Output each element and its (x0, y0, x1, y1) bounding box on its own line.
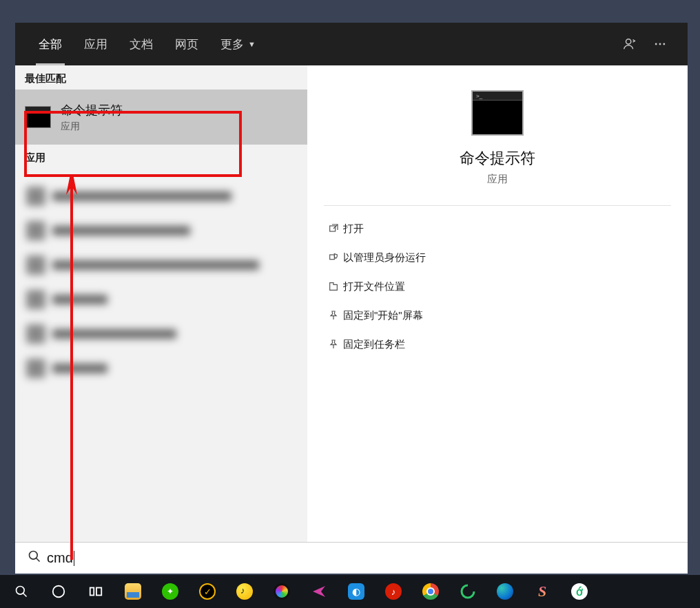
svg-point-1 (655, 43, 657, 45)
taskbar-app-arrow[interactable] (300, 577, 338, 606)
best-match-header: 最佳匹配 (15, 65, 307, 90)
best-match-title: 命令提示符 (61, 102, 123, 118)
open-icon (324, 223, 343, 234)
more-icon[interactable] (645, 29, 675, 59)
tab-apps-label: 应用 (84, 36, 107, 52)
list-item[interactable] (19, 319, 303, 349)
preview-pane: 命令提示符 应用 打开 以管理员身份运行 (307, 65, 688, 542)
taskbar-app-chrome[interactable] (412, 577, 449, 606)
search-tabs-bar: 全部 应用 文档 网页 更多 ▼ (15, 23, 688, 65)
tab-apps[interactable]: 应用 (73, 23, 119, 65)
taskbar-app-edge[interactable] (486, 577, 524, 606)
search-panel-body: 最佳匹配 命令提示符 应用 应用 命令提示符 应用 (15, 65, 688, 542)
svg-point-9 (53, 586, 65, 598)
svg-point-6 (30, 552, 38, 560)
list-item[interactable] (19, 284, 303, 315)
svg-rect-10 (90, 588, 94, 596)
taskbar-app-explorer[interactable] (114, 577, 152, 606)
svg-point-0 (626, 39, 631, 44)
taskbar-app-check[interactable]: ✓ (189, 577, 226, 606)
pin-icon (324, 339, 343, 350)
taskbar-app-qqmusic[interactable]: ♪ (226, 577, 263, 606)
svg-point-2 (659, 43, 661, 45)
windows-taskbar: ✦ ✓ ♪ ◐ ♪ S ớ (0, 575, 700, 608)
tab-web[interactable]: 网页 (164, 23, 209, 65)
svg-rect-11 (96, 588, 101, 596)
chevron-down-icon: ▼ (248, 40, 256, 48)
tab-documents[interactable]: 文档 (119, 23, 164, 65)
taskbar-app-rainbow[interactable] (263, 577, 300, 606)
windows-search-panel: 全部 应用 文档 网页 更多 ▼ 最佳匹配 命令提示符 应用 (15, 23, 688, 574)
taskbar-app-green[interactable]: ớ (561, 577, 598, 606)
list-item[interactable] (19, 181, 303, 211)
svg-rect-4 (330, 226, 336, 231)
action-pin-taskbar-label: 固定到任务栏 (343, 338, 405, 351)
action-location-label: 打开文件位置 (343, 280, 405, 293)
taskbar-search-button[interactable] (3, 577, 40, 606)
action-open-label: 打开 (343, 222, 364, 235)
svg-rect-5 (330, 255, 335, 260)
tab-all-label: 全部 (39, 36, 62, 52)
action-list: 打开 以管理员身份运行 打开文件位置 (307, 214, 688, 359)
blurred-app-results (15, 171, 307, 393)
action-pin-to-taskbar[interactable]: 固定到任务栏 (324, 330, 671, 359)
action-admin-label: 以管理员身份运行 (343, 251, 426, 264)
apps-header: 应用 (15, 145, 307, 169)
taskbar-app-netease[interactable]: ♪ (375, 577, 412, 606)
action-pin-start-label: 固定到"开始"屏幕 (343, 309, 423, 322)
action-open-file-location[interactable]: 打开文件位置 (324, 272, 671, 301)
tab-more[interactable]: 更多 ▼ (209, 23, 267, 65)
search-results-column: 最佳匹配 命令提示符 应用 应用 (15, 65, 307, 542)
feedback-icon[interactable] (615, 29, 645, 59)
folder-open-icon (324, 281, 343, 292)
cmd-large-icon (471, 90, 524, 136)
tab-documents-label: 文档 (130, 36, 153, 52)
svg-point-8 (17, 587, 25, 595)
pin-icon (324, 310, 343, 321)
tab-all[interactable]: 全部 (28, 23, 73, 65)
taskbar-cortana-button[interactable] (40, 577, 77, 606)
taskbar-app-s[interactable]: S (524, 577, 561, 606)
search-input-bar[interactable]: cmd (15, 542, 688, 574)
preview-title: 命令提示符 (307, 148, 688, 169)
search-query-text: cmd (47, 550, 73, 566)
list-item[interactable] (19, 250, 303, 280)
best-match-subtitle: 应用 (61, 120, 123, 133)
text-cursor (74, 551, 74, 566)
taskbar-app-blue[interactable]: ◐ (338, 577, 375, 606)
shield-icon (324, 252, 343, 263)
action-open[interactable]: 打开 (324, 214, 671, 243)
cmd-icon (25, 106, 51, 128)
taskbar-app-wechat[interactable]: ✦ (152, 577, 189, 606)
tab-more-label: 更多 (220, 36, 244, 52)
list-item[interactable] (19, 353, 303, 384)
search-icon (28, 549, 41, 567)
divider (324, 205, 671, 206)
tab-web-label: 网页 (175, 36, 198, 52)
action-pin-to-start[interactable]: 固定到"开始"屏幕 (324, 301, 671, 330)
preview-subtitle: 应用 (307, 173, 688, 186)
action-run-as-admin[interactable]: 以管理员身份运行 (324, 243, 671, 272)
list-item[interactable] (19, 216, 303, 246)
taskbar-app-loading[interactable] (449, 577, 486, 606)
svg-point-3 (663, 43, 665, 45)
taskbar-taskview-button[interactable] (77, 577, 114, 606)
best-match-result[interactable]: 命令提示符 应用 (15, 90, 307, 145)
